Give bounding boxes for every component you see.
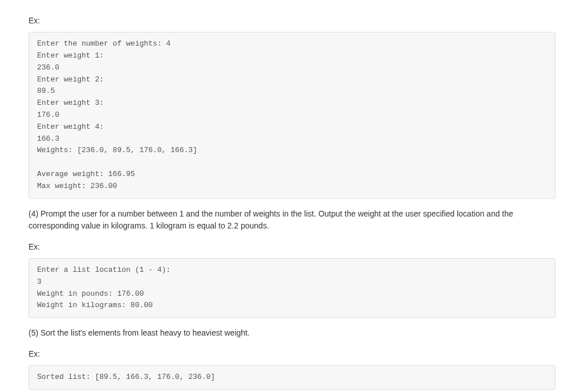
code-block-1: Enter the number of weights: 4 Enter wei… (29, 32, 555, 198)
step-4-paragraph: (4) Prompt the user for a number between… (29, 208, 555, 232)
example-label-3: Ex: (29, 348, 555, 360)
example-label-1: Ex: (29, 15, 555, 26)
code-block-2: Enter a list location (1 - 4): 3 Weight … (29, 258, 555, 318)
document-body: Ex: Enter the number of weights: 4 Enter… (0, 0, 584, 392)
step-5-paragraph: (5) Sort the list's elements from least … (29, 327, 555, 339)
example-label-2: Ex: (29, 241, 555, 252)
code-block-3: Sorted list: [89.5, 166.3, 176.0, 236.0] (29, 365, 555, 390)
